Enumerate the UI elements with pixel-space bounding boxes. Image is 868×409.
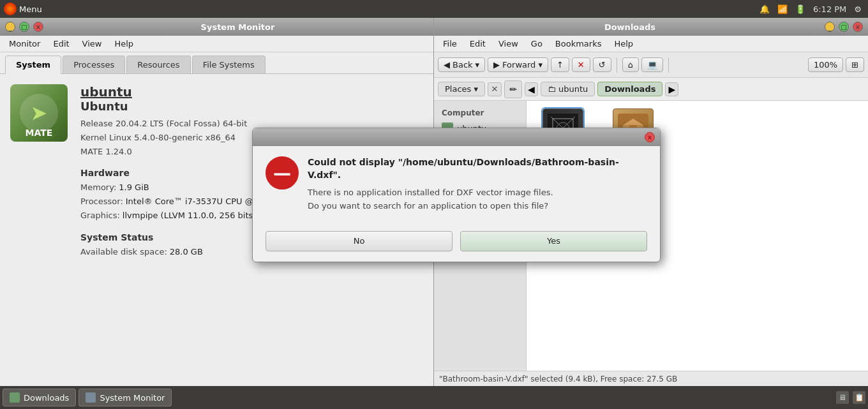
no-button[interactable]: No (266, 231, 453, 251)
toolbar-separator-2 (668, 57, 669, 73)
edit-menu-fm[interactable]: Edit (465, 38, 491, 50)
zoom-display: 100% (808, 57, 843, 72)
taskbar-downloads-icon (10, 392, 20, 403)
time-display: 6:12 PM (811, 4, 849, 14)
view-options-button[interactable]: ⊞ (846, 57, 864, 72)
mate-text: MATE (26, 128, 53, 138)
fox-icon (4, 3, 17, 15)
graphics-value: llvmpipe (LLVM 11.0.0, 256 bits) (123, 209, 257, 223)
up-button[interactable]: ↑ (551, 57, 569, 72)
nav-next-btn[interactable]: ▶ (665, 82, 678, 96)
back-label: Back (453, 60, 473, 70)
ubuntu-location-btn[interactable]: 🗀 ubuntu (541, 82, 595, 96)
stop-icon: ✕ (578, 60, 585, 70)
zoom-value: 100% (814, 60, 837, 70)
dialog-text-area: Could not display "/home/ubuntu/Download… (308, 156, 647, 213)
hostname[interactable]: ubuntu (80, 84, 423, 100)
bookmarks-menu[interactable]: Bookmarks (550, 38, 607, 50)
menu-label[interactable]: Menu (19, 4, 42, 14)
up-arrow-icon: ↑ (557, 60, 564, 70)
no-label: No (354, 236, 365, 246)
menu-button[interactable]: Menu (4, 3, 42, 15)
help-menu-fm[interactable]: Help (609, 38, 638, 50)
file-toolbar: ◀ Back ▾ ▶ Forward ▾ ↑ ✕ ↺ ⌂ (434, 52, 868, 78)
forward-button[interactable]: ▶ Forward ▾ (488, 57, 548, 72)
network-icon[interactable]: 📶 (775, 4, 790, 14)
error-icon: — (266, 156, 299, 190)
maximize-button[interactable]: □ (19, 22, 29, 32)
taskbar-downloads-label: Downloads (24, 393, 69, 403)
disk-value: 28.0 GB (170, 245, 203, 259)
file-menu[interactable]: File (438, 38, 462, 50)
taskbar-system-monitor[interactable]: System Monitor (79, 389, 172, 406)
help-menu[interactable]: Help (109, 38, 138, 50)
home-button[interactable]: ⌂ (622, 57, 639, 72)
dialog-titlebar: × (253, 128, 660, 146)
taskbar-monitor-icon (86, 392, 96, 403)
taskbar-right: 🖥 📋 (836, 391, 865, 404)
places-button[interactable]: Places ▾ (438, 82, 485, 96)
yes-label: Yes (547, 236, 560, 246)
mate-arrow-icon: ➤ (31, 101, 48, 125)
view-menu-fm[interactable]: View (493, 38, 523, 50)
mate-logo-inner: ➤ (20, 94, 58, 132)
taskbar-downloads[interactable]: Downloads (3, 389, 76, 406)
yes-button[interactable]: Yes (460, 231, 647, 251)
nav-prev-btn[interactable]: ◀ (525, 82, 538, 96)
ubuntu-folder-icon: 🗀 (548, 84, 556, 94)
forward-label: Forward (502, 60, 535, 70)
close-button[interactable]: × (33, 22, 43, 32)
downloads-location-btn[interactable]: Downloads (597, 82, 662, 96)
downloads-titlebar: Downloads _ □ × (434, 18, 868, 36)
back-button[interactable]: ◀ Back ▾ (438, 57, 485, 72)
error-symbol: — (273, 163, 291, 184)
places-close-btn[interactable]: ✕ (488, 82, 502, 96)
go-menu-fm[interactable]: Go (526, 38, 548, 50)
downloads-close-btn[interactable]: × (853, 22, 863, 32)
tab-system[interactable]: System (5, 56, 61, 74)
dialog-body: — Could not display "/home/ubuntu/Downlo… (253, 146, 660, 223)
system-monitor-title: System Monitor (47, 22, 428, 32)
distro-name: Ubuntu (80, 100, 423, 113)
error-dialog: × — Could not display "/home/ubuntu/Down… (252, 128, 661, 262)
tray-icon-2[interactable]: 📋 (853, 391, 865, 404)
minimize-button[interactable]: _ (5, 22, 15, 32)
edit-menu[interactable]: Edit (48, 38, 74, 50)
volume-icon[interactable]: 🔔 (757, 4, 772, 14)
graphics-label: Graphics: (80, 209, 120, 223)
location-bar: Places ▾ ✕ ✏ ◀ 🗀 ubuntu Downloads ▶ (434, 78, 868, 101)
dialog-message: There is no application installed for DX… (308, 186, 647, 213)
computer-icon: 💻 (647, 60, 657, 70)
dialog-close-button[interactable]: × (645, 132, 655, 142)
reload-button[interactable]: ↺ (593, 57, 611, 72)
stop-button[interactable]: ✕ (572, 57, 590, 72)
tab-file-systems[interactable]: File Systems (192, 56, 266, 73)
home-icon: ⌂ (628, 60, 633, 70)
view-menu[interactable]: View (77, 38, 107, 50)
memory-label: Memory: (80, 181, 116, 195)
monitor-menu[interactable]: Monitor (4, 38, 45, 50)
downloads-title: Downloads (439, 22, 821, 32)
settings-icon[interactable]: ⚙ (851, 4, 864, 14)
tab-resources[interactable]: Resources (126, 56, 190, 73)
computer-button[interactable]: 💻 (641, 57, 663, 72)
taskbar: Downloads System Monitor 🖥 📋 (0, 386, 868, 409)
forward-arrow-icon: ▶ (493, 60, 500, 70)
downloads-maximize-btn[interactable]: □ (839, 22, 849, 32)
mate-logo: ➤ MATE (10, 84, 68, 142)
memory-value: 1.9 GiB (119, 181, 149, 195)
tray-icon-1[interactable]: 🖥 (836, 391, 849, 404)
system-monitor-titlebar: _ □ × System Monitor (0, 18, 433, 36)
disk-label: Available disk space: (80, 245, 167, 259)
file-manager-statusbar: "Bathroom-basin-V.dxf" selected (9.4 kB)… (434, 371, 868, 386)
downloads-minimize-btn[interactable]: _ (825, 22, 835, 32)
system-monitor-tabs: System Processes Resources File Systems (0, 52, 433, 74)
system-tray: 🔔 📶 🔋 6:12 PM ⚙ (757, 4, 864, 14)
taskbar-monitor-label: System Monitor (100, 393, 165, 403)
dialog-title-text: Could not display "/home/ubuntu/Download… (308, 156, 647, 181)
system-monitor-menubar: Monitor Edit View Help (0, 36, 433, 52)
tab-processes[interactable]: Processes (63, 56, 125, 73)
back-arrow-icon: ◀ (444, 60, 450, 70)
edit-location-btn[interactable]: ✏ (504, 80, 522, 98)
battery-icon[interactable]: 🔋 (793, 4, 808, 14)
